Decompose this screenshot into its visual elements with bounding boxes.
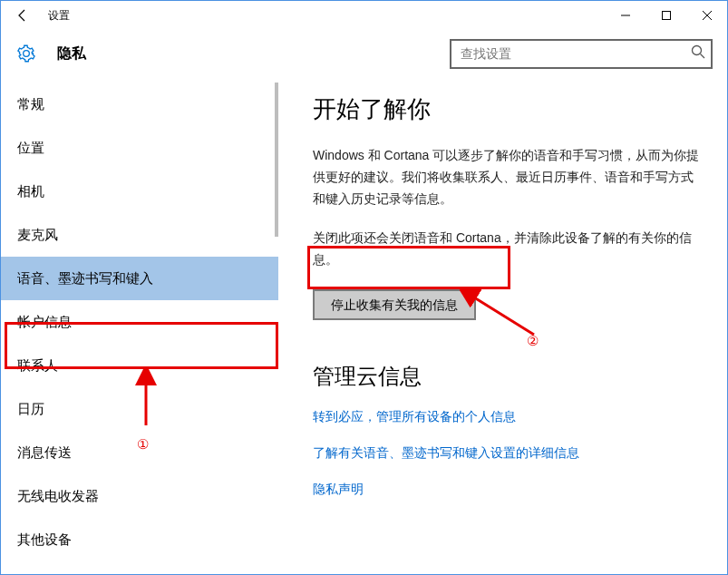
heading-know-you: 开始了解你: [313, 93, 705, 125]
sidebar-item-9[interactable]: 无线电收发器: [1, 474, 278, 518]
sidebar-item-10[interactable]: 其他设备: [1, 518, 278, 561]
search-input[interactable]: [450, 39, 713, 69]
sidebar: 常规位置相机麦克风语音、墨迹书写和键入帐户信息联系人日历消息传送无线电收发器其他…: [1, 77, 278, 574]
link-privacy-statement[interactable]: 隐私声明: [313, 482, 705, 498]
link-learn-more[interactable]: 了解有关语音、墨迹书写和键入设置的详细信息: [313, 445, 705, 462]
sidebar-item-8[interactable]: 消息传送: [1, 431, 278, 474]
minimize-button[interactable]: [605, 1, 645, 30]
sidebar-item-11[interactable]: 反馈和诊断: [1, 561, 278, 574]
sidebar-item-3[interactable]: 麦克风: [1, 213, 278, 257]
close-button[interactable]: [686, 1, 727, 30]
maximize-icon: [662, 11, 671, 20]
sidebar-item-4[interactable]: 语音、墨迹书写和键入: [1, 257, 278, 300]
arrow-left-icon: [15, 8, 30, 23]
content-pane: 开始了解你 Windows 和 Cortana 可以逐步了解你的语音和手写习惯，…: [278, 77, 727, 574]
page-title: 隐私: [57, 44, 86, 63]
sidebar-item-5[interactable]: 帐户信息: [1, 300, 278, 344]
link-bing[interactable]: 转到必应，管理所有设备的个人信息: [313, 409, 705, 425]
description-2: 关闭此项还会关闭语音和 Cortana，并清除此设备了解的有关你的信息。: [313, 228, 705, 271]
sidebar-item-2[interactable]: 相机: [1, 170, 278, 213]
svg-rect-1: [662, 12, 670, 20]
gear-icon: [15, 43, 37, 64]
annotation-number-2: ②: [527, 333, 539, 349]
back-button[interactable]: [8, 1, 37, 30]
heading-cloud-info: 管理云信息: [313, 362, 705, 391]
sidebar-item-0[interactable]: 常规: [1, 83, 278, 126]
close-icon: [703, 11, 712, 20]
description-1: Windows 和 Cortana 可以逐步了解你的语音和手写习惯，从而为你提供…: [313, 145, 705, 210]
maximize-button[interactable]: [645, 1, 686, 30]
sidebar-item-6[interactable]: 联系人: [1, 344, 278, 387]
sidebar-item-7[interactable]: 日历: [1, 387, 278, 431]
window-title: 设置: [48, 8, 70, 24]
svg-line-7: [467, 293, 534, 335]
sidebar-item-1[interactable]: 位置: [1, 126, 278, 170]
stop-collecting-button[interactable]: 停止收集有关我的信息: [313, 289, 476, 320]
minimize-icon: [621, 11, 630, 20]
